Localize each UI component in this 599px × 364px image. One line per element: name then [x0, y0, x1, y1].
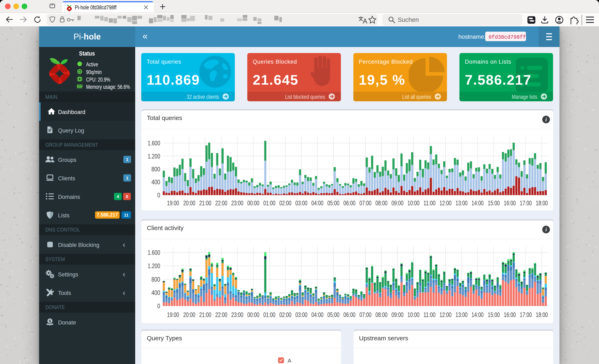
svg-text:1.600: 1.600: [148, 140, 160, 147]
svg-text:20:00: 20:00: [183, 199, 195, 207]
svg-text:0: 0: [157, 192, 160, 199]
svg-text:00:00: 00:00: [247, 199, 259, 207]
svg-text:08:00: 08:00: [375, 199, 388, 207]
svg-text:16:00: 16:00: [504, 199, 516, 207]
svg-text:11:00: 11:00: [423, 311, 436, 319]
svg-text:22:00: 22:00: [215, 199, 227, 207]
svg-text:09:00: 09:00: [391, 311, 404, 319]
svg-text:11:00: 11:00: [423, 199, 436, 207]
svg-text:08:00: 08:00: [375, 311, 388, 319]
svg-text:23:00: 23:00: [231, 311, 243, 319]
svg-text:0: 0: [157, 302, 160, 310]
svg-text:06:00: 06:00: [344, 311, 355, 319]
svg-text:07:00: 07:00: [359, 199, 371, 207]
svg-text:13:00: 13:00: [456, 199, 467, 207]
svg-text:18:00: 18:00: [536, 199, 548, 207]
svg-text:16:00: 16:00: [504, 311, 516, 319]
svg-text:07:00: 07:00: [359, 311, 371, 319]
svg-text:1.600: 1.600: [148, 249, 160, 256]
svg-text:10:00: 10:00: [407, 199, 420, 207]
svg-text:02:00: 02:00: [279, 311, 291, 319]
svg-text:15:00: 15:00: [488, 199, 500, 207]
svg-text:17:00: 17:00: [520, 199, 532, 207]
svg-text:05:00: 05:00: [327, 199, 339, 207]
svg-text:$: $: [49, 319, 51, 323]
svg-text:23:00: 23:00: [231, 199, 243, 207]
svg-text:19:00: 19:00: [167, 311, 179, 319]
svg-text:21:00: 21:00: [199, 199, 211, 207]
svg-text:02:00: 02:00: [279, 199, 291, 207]
svg-text:05:00: 05:00: [327, 311, 339, 319]
svg-text:19:00: 19:00: [167, 199, 179, 207]
svg-text:1.200: 1.200: [148, 153, 160, 160]
svg-text:13:00: 13:00: [456, 311, 467, 319]
svg-text:04:00: 04:00: [311, 199, 323, 207]
svg-text:09:00: 09:00: [391, 199, 404, 207]
svg-text:21:00: 21:00: [199, 311, 211, 319]
svg-text:03:00: 03:00: [295, 311, 308, 319]
svg-text:22:00: 22:00: [215, 311, 227, 319]
svg-text:800: 800: [151, 276, 160, 283]
svg-text:15:00: 15:00: [488, 311, 500, 319]
svg-text:18:00: 18:00: [536, 311, 548, 319]
svg-text:14:00: 14:00: [472, 199, 484, 207]
svg-text:04:00: 04:00: [311, 311, 323, 319]
svg-text:10:00: 10:00: [407, 311, 420, 319]
svg-text:14:00: 14:00: [472, 311, 484, 319]
svg-text:12:00: 12:00: [440, 199, 451, 207]
svg-text:01:00: 01:00: [263, 311, 275, 319]
svg-text:03:00: 03:00: [295, 199, 308, 207]
svg-text:06:00: 06:00: [344, 199, 355, 207]
svg-text:20:00: 20:00: [183, 311, 195, 319]
svg-text:12:00: 12:00: [440, 311, 451, 319]
svg-text:400: 400: [151, 178, 160, 186]
svg-text:400: 400: [151, 289, 160, 296]
svg-text:800: 800: [151, 166, 160, 173]
svg-text:1.200: 1.200: [148, 262, 160, 270]
svg-text:00:00: 00:00: [247, 311, 259, 319]
svg-text:17:00: 17:00: [520, 311, 532, 319]
svg-text:01:00: 01:00: [263, 199, 275, 207]
